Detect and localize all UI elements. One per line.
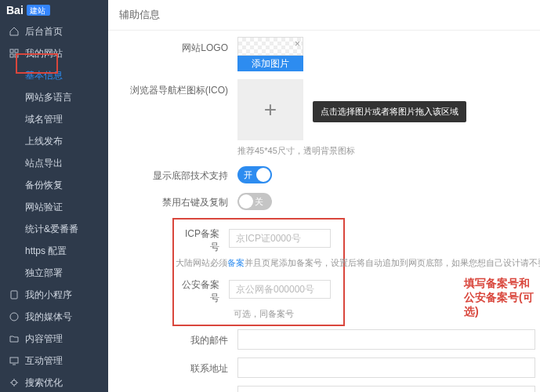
form: 网站LOGO × 添加图片 浏览器导航栏图标(ICO) + 点击选择图片或者将图… [108, 31, 540, 392]
main-panel: 辅助信息 网站LOGO × 添加图片 浏览器导航栏图标(ICO) + 点击选择图… [108, 0, 540, 392]
sidebar-item-backup[interactable]: 备份恢复 [0, 174, 108, 196]
svg-rect-5 [10, 54, 13, 57]
icp-input[interactable] [229, 229, 331, 248]
grid-icon [9, 49, 19, 58]
svg-point-8 [10, 313, 18, 321]
svg-text:Bai: Bai [6, 4, 24, 16]
phone-input[interactable] [237, 386, 535, 392]
ico-hint: 推荐45*45尺寸，透明背景图标 [237, 145, 540, 157]
label-email: 我的邮件 [108, 329, 237, 347]
monitor-icon [9, 356, 19, 365]
sidebar: Bai建站 后台首页 我的网站 基本信息 网站多语言 域名管理 上线发布 站点导… [0, 0, 108, 392]
label-disable-copy: 禁用右键及复制 [108, 191, 237, 209]
email-input[interactable] [237, 329, 535, 350]
label-show-tech: 显示底部技术支持 [108, 165, 237, 183]
gear-icon [9, 378, 19, 387]
plus-icon: + [264, 97, 277, 122]
sidebar-item-home[interactable]: 后台首页 [0, 20, 108, 42]
sidebar-item-lang[interactable]: 网站多语言 [0, 86, 108, 108]
sidebar-item-label: 互动管理 [25, 354, 63, 368]
sidebar-item-interact[interactable]: 互动管理 [0, 350, 108, 372]
label-police: 公安备案号 [179, 274, 229, 305]
beian-link[interactable]: 备案 [227, 258, 245, 267]
sidebar-item-mymedia[interactable]: 我的媒体号 [0, 306, 108, 328]
svg-rect-9 [10, 358, 18, 363]
sidebar-item-label: 我的小程序 [25, 289, 72, 302]
sidebar-item-publish[interactable]: 上线发布 [0, 130, 108, 152]
close-icon[interactable]: × [295, 38, 300, 49]
home-icon [9, 27, 19, 36]
label-phone: 联系电话 [108, 386, 237, 392]
svg-rect-6 [15, 54, 18, 57]
section-title: 辅助信息 [108, 0, 540, 31]
sidebar-item-label: 搜索优化 [25, 376, 63, 390]
sidebar-item-mysite[interactable]: 我的网站 [0, 42, 108, 64]
sidebar-item-basic[interactable]: 基本信息 [0, 64, 108, 86]
label-addr: 联系地址 [108, 358, 237, 376]
sidebar-item-label: 内容管理 [25, 332, 63, 346]
ico-upload-box[interactable]: + [237, 79, 303, 140]
svg-point-10 [12, 380, 16, 385]
sidebar-item-domain[interactable]: 域名管理 [0, 108, 108, 130]
ico-tooltip: 点击选择图片或者将图片拖入该区域 [313, 101, 466, 122]
sidebar-item-label: 我的媒体号 [25, 310, 72, 324]
switch-disable-copy[interactable]: 关 [237, 193, 272, 210]
sidebar-item-https[interactable]: https 配置 [0, 240, 108, 262]
sidebar-item-search[interactable]: 搜索优化 [0, 372, 108, 392]
sidebar-item-verify[interactable]: 网站验证 [0, 196, 108, 218]
brand-logo: Bai建站 [0, 0, 108, 20]
sidebar-item-export[interactable]: 站点导出 [0, 152, 108, 174]
logo-preview[interactable]: × [237, 37, 303, 56]
label-site-logo: 网站LOGO [108, 37, 237, 55]
beian-highlight: ICP备案号 大陆网站必须备案并且页尾添加备案号，设置后将自动追加到网页底部，如… [172, 218, 345, 326]
media-icon [9, 312, 19, 321]
app-icon [9, 290, 19, 299]
addr-input[interactable] [237, 358, 535, 378]
sidebar-item-stats[interactable]: 统计&爱番番 [0, 218, 108, 240]
add-image-button[interactable]: 添加图片 [237, 56, 303, 71]
sidebar-item-myapp[interactable]: 我的小程序 [0, 284, 108, 306]
svg-rect-4 [15, 49, 18, 53]
svg-rect-3 [10, 49, 13, 53]
label-ico: 浏览器导航栏图标(ICO) [108, 79, 237, 97]
sidebar-item-label: 我的网站 [25, 47, 63, 60]
red-annotation: 填写备案号和公安备案号(可选) [464, 277, 540, 319]
sidebar-item-deploy[interactable]: 独立部署 [0, 262, 108, 284]
svg-text:建站: 建站 [29, 6, 45, 15]
label-icp: ICP备案号 [179, 223, 229, 254]
folder-icon [9, 334, 19, 343]
switch-show-tech[interactable]: 开 [237, 166, 272, 183]
police-hint: 可选，同备案号 [234, 308, 339, 320]
sidebar-item-content[interactable]: 内容管理 [0, 328, 108, 350]
svg-rect-7 [11, 291, 17, 299]
sidebar-item-label: 后台首页 [25, 25, 63, 38]
police-input[interactable] [229, 280, 331, 299]
